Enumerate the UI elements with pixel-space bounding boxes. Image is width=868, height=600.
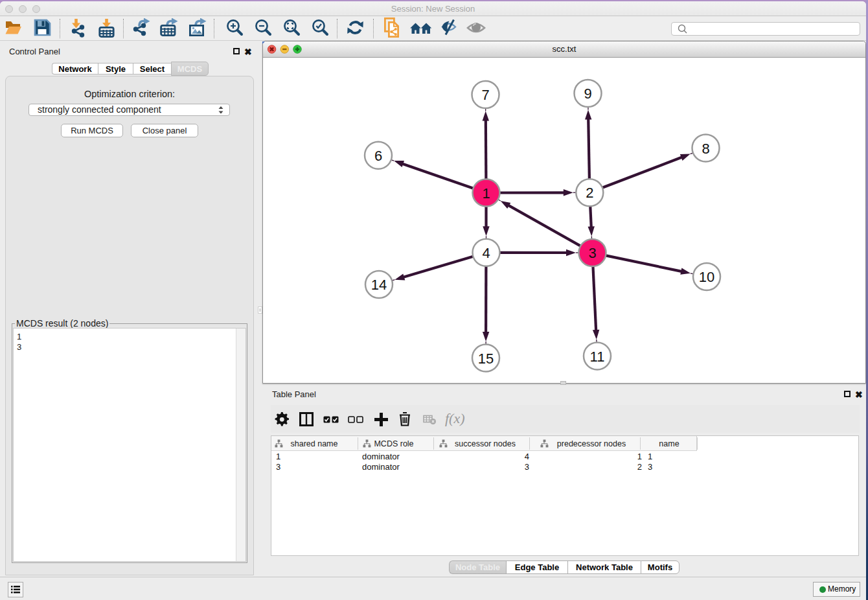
svg-text:7: 7	[481, 87, 489, 103]
svg-text:10: 10	[699, 269, 714, 285]
svg-text:2: 2	[586, 185, 593, 201]
svg-text:6: 6	[374, 148, 382, 164]
svg-text:8: 8	[702, 141, 709, 157]
svg-text:3: 3	[588, 245, 596, 261]
svg-text:15: 15	[478, 351, 494, 367]
svg-text:14: 14	[371, 277, 387, 293]
svg-text:11: 11	[590, 349, 605, 365]
svg-text:9: 9	[584, 86, 591, 102]
svg-text:1: 1	[482, 185, 490, 202]
svg-text:4: 4	[482, 245, 490, 261]
